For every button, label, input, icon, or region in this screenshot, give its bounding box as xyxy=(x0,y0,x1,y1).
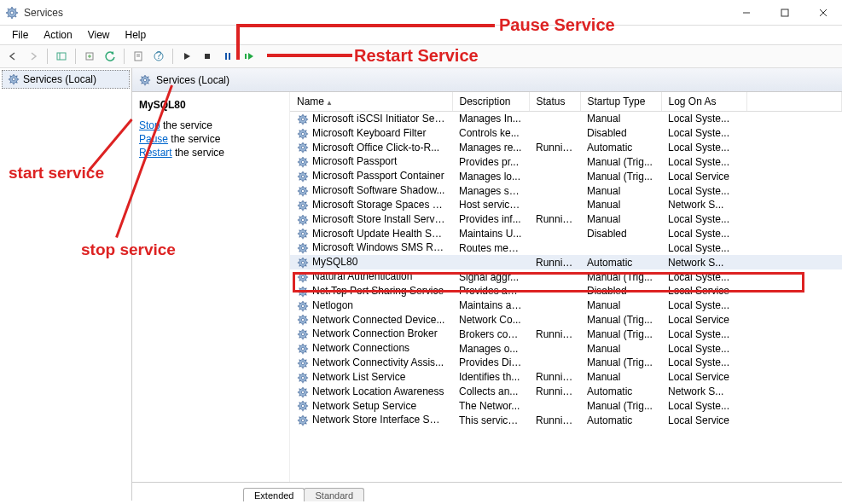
tab-standard[interactable]: Standard xyxy=(304,488,364,501)
service-row[interactable]: Microsoft Passport Provides pr... Manual… xyxy=(290,154,842,169)
menu-bar: File Action View Help xyxy=(0,26,842,44)
back-button[interactable] xyxy=(3,47,22,66)
tree-root-label: Services (Local) xyxy=(23,73,96,85)
stop-service-button[interactable] xyxy=(198,47,217,66)
app-icon xyxy=(5,6,19,20)
svg-rect-24 xyxy=(229,53,230,60)
toolbar: ? xyxy=(0,44,842,68)
export-button[interactable] xyxy=(80,47,99,66)
title-bar: Services xyxy=(0,0,842,26)
service-row[interactable]: Network Location Awareness Collects an..… xyxy=(290,385,842,399)
pause-link[interactable]: Pause xyxy=(139,133,168,145)
view-tabs: Extended Standard xyxy=(132,482,842,501)
service-row[interactable]: Microsoft iSCSI Initiator Ser... Manages… xyxy=(290,112,842,126)
refresh-button[interactable] xyxy=(101,47,119,66)
pause-service-button[interactable] xyxy=(218,47,237,66)
show-hide-button[interactable] xyxy=(52,47,71,66)
service-row[interactable]: Microsoft Passport Container Manages lo.… xyxy=(290,169,842,183)
close-button[interactable] xyxy=(804,0,842,26)
service-row[interactable]: Network Store Interface Ser... This serv… xyxy=(290,413,842,427)
service-row[interactable]: Network Connectivity Assis... Provides D… xyxy=(290,356,842,370)
window-title: Services xyxy=(24,7,727,19)
action-panel: MySQL80 Stop the service Pause the servi… xyxy=(132,92,290,482)
tree-pane: Services (Local) xyxy=(0,68,132,501)
service-row[interactable]: Net.Tcp Port Sharing Service Provides ab… xyxy=(290,284,842,298)
menu-view[interactable]: View xyxy=(81,27,117,43)
menu-action[interactable]: Action xyxy=(37,27,78,43)
menu-help[interactable]: Help xyxy=(119,27,154,43)
service-row[interactable]: Microsoft Windows SMS Ro... Routes mes..… xyxy=(290,240,842,255)
col-description[interactable]: Description xyxy=(452,92,529,112)
restart-link[interactable]: Restart xyxy=(139,147,172,159)
services-grid[interactable]: Name▲ Description Status Startup Type Lo… xyxy=(290,92,842,482)
svg-rect-14 xyxy=(57,53,66,60)
service-row[interactable]: Natural Authentication Signal aggr... Ma… xyxy=(290,269,842,284)
detail-header-label: Services (Local) xyxy=(156,74,229,86)
menu-file[interactable]: File xyxy=(5,27,35,43)
service-row[interactable]: Microsoft Keyboard Filter Controls ke...… xyxy=(290,126,842,141)
service-row[interactable]: Microsoft Software Shadow... Manages so.… xyxy=(290,183,842,198)
help-button[interactable]: ? xyxy=(149,47,168,66)
gear-icon xyxy=(8,73,20,85)
svg-rect-22 xyxy=(205,54,210,59)
svg-text:?: ? xyxy=(156,50,162,61)
service-row[interactable]: Microsoft Office Click-to-R... Manages r… xyxy=(290,141,842,155)
service-row[interactable]: Microsoft Store Install Service Provides… xyxy=(290,212,842,227)
svg-rect-11 xyxy=(781,9,788,16)
forward-button[interactable] xyxy=(24,47,43,66)
minimize-button[interactable] xyxy=(727,0,765,26)
service-row[interactable]: Microsoft Update Health Se... Maintains … xyxy=(290,227,842,241)
service-row[interactable]: MySQL80 Running AutomaticNetwork S... xyxy=(290,255,842,269)
service-row[interactable]: Microsoft Storage Spaces S... Host servi… xyxy=(290,198,842,212)
col-name[interactable]: Name▲ xyxy=(290,92,452,112)
svg-rect-25 xyxy=(245,54,247,59)
restart-service-button[interactable] xyxy=(239,47,258,66)
stop-link[interactable]: Stop xyxy=(139,119,160,131)
service-row[interactable]: Network Setup Service The Networ... Manu… xyxy=(290,399,842,414)
col-startup[interactable]: Startup Type xyxy=(580,92,661,112)
service-row[interactable]: Network List Service Identifies th...Run… xyxy=(290,370,842,385)
svg-rect-23 xyxy=(225,53,227,60)
service-row[interactable]: Network Connections Manages o... ManualL… xyxy=(290,341,842,356)
properties-button[interactable] xyxy=(129,47,148,66)
selected-service-name: MySQL80 xyxy=(139,99,282,111)
start-service-button[interactable] xyxy=(177,47,196,66)
col-status[interactable]: Status xyxy=(529,92,580,112)
maximize-button[interactable] xyxy=(765,0,804,26)
tab-extended[interactable]: Extended xyxy=(243,488,305,501)
service-row[interactable]: Network Connection Broker Brokers con...… xyxy=(290,327,842,341)
service-row[interactable]: Network Connected Device... Network Co..… xyxy=(290,313,842,327)
tree-root-item[interactable]: Services (Local) xyxy=(2,70,130,89)
detail-header: Services (Local) xyxy=(132,68,842,92)
col-logon[interactable]: Log On As xyxy=(661,92,746,112)
service-row[interactable]: Netlogon Maintains a ... ManualLocal Sys… xyxy=(290,298,842,313)
gear-icon xyxy=(139,74,151,86)
